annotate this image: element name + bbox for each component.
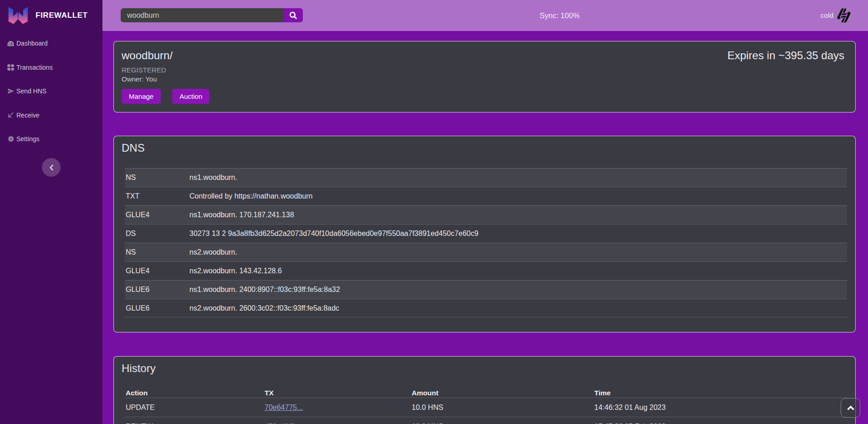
- search-icon: [289, 11, 297, 20]
- sidebar-item-dashboard[interactable]: Dashboard: [0, 31, 102, 56]
- history-action: RENEW: [125, 423, 265, 424]
- history-row: UPDATE 70e64775... 10.0 HNS 14:46:32 01 …: [125, 398, 847, 417]
- sidebar-item-receive[interactable]: Receive: [0, 103, 102, 128]
- sidebar-item-label: Send HNS: [16, 87, 46, 95]
- handshake-logo-icon[interactable]: [835, 7, 853, 24]
- dns-record-value: Controlled by https://nathan.woodburn: [189, 192, 312, 200]
- history-header-amount: Amount: [412, 389, 594, 397]
- domain-owner: Owner: You: [122, 75, 848, 83]
- gauge-icon: [7, 40, 14, 47]
- dns-card: DNS NSns1.woodburn. TXTControlled by htt…: [113, 136, 856, 332]
- sidebar-item-send[interactable]: Send HNS: [0, 79, 102, 103]
- gear-icon: [7, 135, 14, 143]
- history-card: History Action TX Amount Time UPDATE 70e…: [113, 356, 856, 424]
- sidebar-nav: Dashboard Transactions Send HNS: [0, 31, 102, 151]
- search-group: [121, 8, 303, 22]
- dns-record-type: NS: [125, 174, 189, 182]
- domain-status: REGISTERED: [122, 66, 848, 74]
- history-action: UPDATE: [125, 404, 265, 412]
- history-header-tx: TX: [265, 389, 412, 397]
- history-header-time: Time: [594, 389, 847, 397]
- history-amount: 10.0 HNS: [412, 404, 594, 412]
- search-button[interactable]: [284, 8, 303, 22]
- history-tx-cell: 70e64775...: [265, 404, 412, 412]
- sidebar-item-transactions[interactable]: Transactions: [0, 56, 102, 80]
- dns-record-type: TXT: [125, 192, 189, 200]
- dns-record-value: ns1.woodburn. 2400:8907::f03c:93ff:fe5a:…: [189, 286, 340, 294]
- dns-record-type: DS: [125, 230, 189, 238]
- dns-record-value: ns2.woodburn. 2600:3c02::f03c:93ff:fe5a:…: [189, 304, 339, 312]
- sidebar-item-label: Receive: [16, 112, 40, 119]
- dns-record-row: GLUE4ns1.woodburn. 170.187.241.138: [125, 205, 847, 224]
- wallet-name: cold: [821, 11, 833, 20]
- dns-record-row: DS30273 13 2 9a3a8fb3d625d2a2073d740f10d…: [125, 224, 847, 243]
- dns-record-type: GLUE4: [125, 267, 189, 275]
- sidebar-item-settings[interactable]: Settings: [0, 127, 102, 151]
- arrow-down-left-icon: [7, 112, 14, 119]
- dns-record-row: GLUE6ns1.woodburn. 2400:8907::f03c:93ff:…: [125, 280, 847, 299]
- dns-record-row: GLUE4ns2.woodburn. 143.42.128.6: [125, 261, 847, 280]
- sidebar-item-label: Transactions: [16, 64, 53, 71]
- scroll-to-top-button[interactable]: [841, 398, 860, 418]
- dns-record-value: ns1.woodburn. 170.187.241.138: [189, 211, 294, 219]
- brand[interactable]: FIREWALLET: [0, 0, 102, 31]
- domain-actions: Manage Auction: [122, 89, 848, 104]
- sidebar: FIREWALLET Dashboard: [0, 0, 102, 424]
- dns-record-row: TXTControlled by https://nathan.woodburn: [125, 187, 847, 205]
- main-content: woodburn/ REGISTERED Owner: You Manage A…: [102, 31, 868, 424]
- dns-record-value: 30273 13 2 9a3a8fb3d625d2a2073d740f10da6…: [189, 230, 478, 238]
- history-amount: 10.0 HNS: [412, 423, 594, 424]
- dns-record-type: GLUE4: [125, 211, 189, 219]
- chevron-left-icon: [49, 164, 54, 171]
- chevron-up-icon: [847, 405, 855, 411]
- history-header-action: Action: [125, 389, 265, 397]
- manage-button[interactable]: Manage: [122, 89, 161, 104]
- dns-record-type: NS: [125, 248, 189, 256]
- domain-card: woodburn/ REGISTERED Owner: You Manage A…: [113, 41, 856, 112]
- domain-expiry: Expires in ~395.35 days: [727, 49, 844, 62]
- tx-link[interactable]: 70e64775...: [265, 404, 303, 411]
- dns-table: NSns1.woodburn. TXTControlled by https:/…: [125, 168, 847, 317]
- firewallet-w-logo-icon: [8, 7, 28, 24]
- sync-status: Sync: 100%: [540, 0, 580, 31]
- dns-record-row: GLUE6ns2.woodburn. 2600:3c02::f03c:93ff:…: [125, 299, 847, 317]
- topbar: Sync: 100% cold: [102, 0, 868, 31]
- sidebar-item-label: Dashboard: [16, 40, 48, 47]
- tx-link[interactable]: d73c40f2...: [265, 423, 301, 424]
- dns-record-type: GLUE6: [125, 286, 189, 294]
- history-tx-cell: d73c40f2...: [265, 423, 412, 424]
- table-icon: [7, 64, 14, 71]
- history-time: 14:46:32 01 Aug 2023: [594, 404, 847, 412]
- dns-record-value: ns1.woodburn.: [189, 174, 237, 182]
- history-row: RENEW d73c40f2... 10.0 HNS 15:47:36 05 F…: [125, 417, 847, 424]
- dns-record-value: ns2.woodburn.: [189, 248, 237, 256]
- sidebar-item-label: Settings: [16, 135, 40, 143]
- send-icon: [7, 87, 14, 95]
- dns-record-row: NSns1.woodburn.: [125, 168, 847, 187]
- auction-button[interactable]: Auction: [172, 89, 209, 104]
- dns-record-value: ns2.woodburn. 143.42.128.6: [189, 267, 282, 275]
- history-header-row: Action TX Amount Time: [125, 383, 847, 398]
- dns-record-type: GLUE6: [125, 304, 189, 312]
- wallet-group: cold: [821, 0, 853, 31]
- brand-name: FIREWALLET: [36, 11, 88, 20]
- search-input[interactable]: [121, 8, 284, 22]
- history-title: History: [114, 357, 855, 375]
- dns-record-row: NSns2.woodburn.: [125, 243, 847, 261]
- dns-title: DNS: [114, 136, 855, 154]
- history-time: 15:47:36 05 Feb 2023: [594, 423, 847, 424]
- history-table: Action TX Amount Time UPDATE 70e64775...…: [125, 383, 847, 424]
- sidebar-collapse-button[interactable]: [42, 158, 61, 177]
